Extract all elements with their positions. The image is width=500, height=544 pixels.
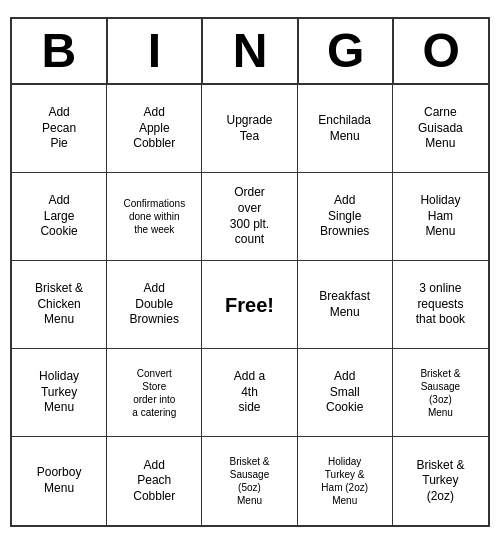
bingo-cell-1: AddAppleCobbler [107,85,202,173]
bingo-cell-20: PoorboyMenu [12,437,107,525]
bingo-card: BINGO AddPecanPieAddAppleCobblerUpgradeT… [10,17,490,527]
header-letter-g: G [299,19,395,83]
bingo-header: BINGO [12,19,488,85]
bingo-cell-15: HolidayTurkeyMenu [12,349,107,437]
header-letter-o: O [394,19,488,83]
bingo-grid: AddPecanPieAddAppleCobblerUpgradeTeaEnch… [12,85,488,525]
bingo-cell-8: AddSingleBrownies [298,173,393,261]
bingo-cell-23: HolidayTurkey &Ham (2oz)Menu [298,437,393,525]
bingo-cell-18: AddSmallCookie [298,349,393,437]
header-letter-i: I [108,19,204,83]
bingo-cell-6: Confirmationsdone withinthe week [107,173,202,261]
bingo-cell-14: 3 onlinerequeststhat book [393,261,488,349]
bingo-cell-0: AddPecanPie [12,85,107,173]
bingo-cell-24: Brisket &Turkey(2oz) [393,437,488,525]
header-letter-n: N [203,19,299,83]
bingo-cell-10: Brisket &ChickenMenu [12,261,107,349]
bingo-cell-2: UpgradeTea [202,85,297,173]
bingo-cell-11: AddDoubleBrownies [107,261,202,349]
bingo-cell-19: Brisket &Sausage(3oz)Menu [393,349,488,437]
header-letter-b: B [12,19,108,83]
bingo-cell-21: AddPeachCobbler [107,437,202,525]
bingo-cell-16: ConvertStoreorder intoa catering [107,349,202,437]
bingo-cell-9: HolidayHamMenu [393,173,488,261]
bingo-cell-13: BreakfastMenu [298,261,393,349]
bingo-cell-7: Orderover300 plt.count [202,173,297,261]
bingo-cell-22: Brisket &Sausage(5oz)Menu [202,437,297,525]
bingo-cell-3: EnchiladaMenu [298,85,393,173]
bingo-cell-17: Add a4thside [202,349,297,437]
bingo-cell-12: Free! [202,261,297,349]
bingo-cell-4: CarneGuisadaMenu [393,85,488,173]
bingo-cell-5: AddLargeCookie [12,173,107,261]
